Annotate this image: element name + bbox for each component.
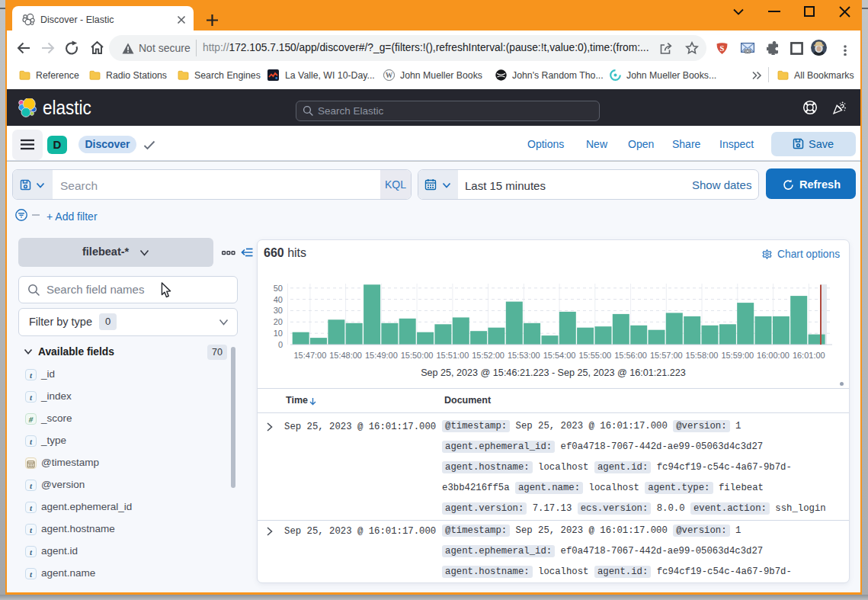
svg-text:15:52:00: 15:52:00 xyxy=(472,351,504,360)
svg-text:20: 20 xyxy=(274,317,283,326)
svg-text:15:53:00: 15:53:00 xyxy=(508,351,540,360)
svg-text:50: 50 xyxy=(274,284,283,293)
svg-text:15:48:00: 15:48:00 xyxy=(329,351,362,360)
svg-text:15:47:00: 15:47:00 xyxy=(293,351,326,360)
svg-text:15:58:00: 15:58:00 xyxy=(686,351,719,360)
svg-text:10: 10 xyxy=(274,329,283,338)
svg-text:15:51:00: 15:51:00 xyxy=(436,351,469,360)
svg-text:15:59:00: 15:59:00 xyxy=(721,351,754,360)
svg-text:15:54:00: 15:54:00 xyxy=(543,351,576,360)
svg-text:15:56:00: 15:56:00 xyxy=(614,351,647,360)
svg-text:W: W xyxy=(386,72,393,79)
svg-text:15:49:00: 15:49:00 xyxy=(365,351,398,360)
svg-text:0: 0 xyxy=(278,340,283,349)
svg-text:15:55:00: 15:55:00 xyxy=(578,351,611,360)
svg-text:16:01:00: 16:01:00 xyxy=(793,351,825,360)
svg-text:15:57:00: 15:57:00 xyxy=(650,351,683,360)
svg-text:30: 30 xyxy=(274,306,283,315)
svg-text:S: S xyxy=(720,44,725,53)
svg-text:15:50:00: 15:50:00 xyxy=(401,351,434,360)
svg-text:40: 40 xyxy=(274,295,283,304)
svg-text:16:00:00: 16:00:00 xyxy=(757,351,790,360)
